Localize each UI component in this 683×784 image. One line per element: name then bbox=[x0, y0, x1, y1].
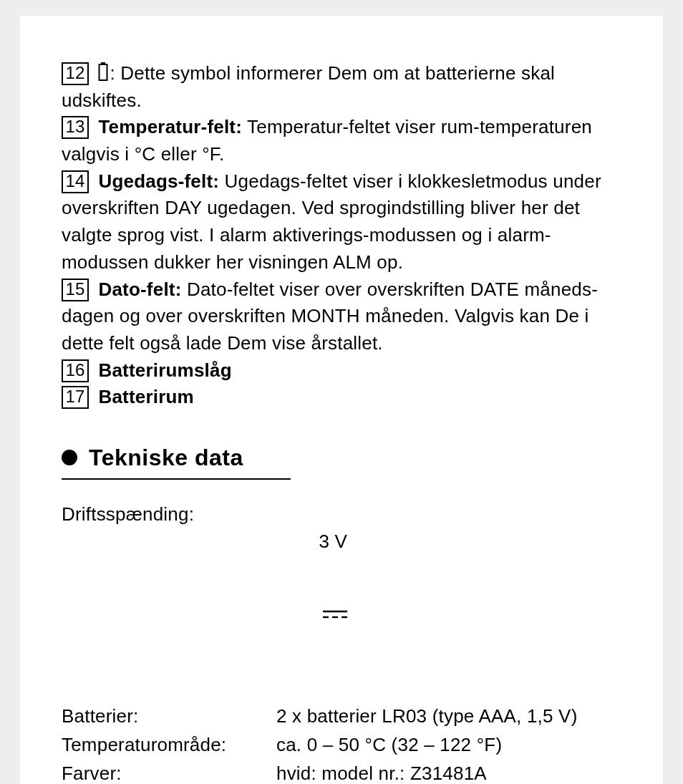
ref-number-box: 16 bbox=[62, 359, 89, 382]
entry-label: Temperatur-felt: bbox=[98, 116, 242, 137]
entry-17: 17 Batterirum bbox=[62, 384, 621, 411]
manual-page: 12 : Dette symbol informerer Dem om at b… bbox=[20, 16, 663, 784]
ref-number-box: 14 bbox=[62, 170, 89, 193]
ref-number-box: 17 bbox=[62, 386, 89, 409]
section-heading: Tekniske data bbox=[62, 441, 291, 480]
spec-value: hvid: model nr.: Z31481A lilla: model nr… bbox=[276, 760, 621, 784]
svg-rect-1 bbox=[100, 64, 107, 80]
entry-label: Batterirum bbox=[98, 386, 193, 407]
section-title: Tekniske data bbox=[89, 441, 243, 474]
spec-value: 2 x batterier LR03 (type AAA, 1,5 V) bbox=[276, 703, 621, 730]
spec-value: 3 V bbox=[276, 501, 621, 702]
specs-table: Driftsspænding: 3 V Batterier: 2 x batte… bbox=[62, 501, 621, 784]
spec-value-text: 3 V bbox=[319, 531, 347, 552]
tech-data-section: Tekniske data Driftsspænding: 3 V Batter… bbox=[62, 441, 621, 784]
spec-value: ca. 0 – 50 °C (32 – 122 °F) bbox=[276, 732, 621, 759]
entry-label: Batterirumslåg bbox=[98, 359, 231, 381]
entry-14: 14 Ugedags-felt: Ugedags-feltet viser i … bbox=[62, 168, 621, 276]
entry-16: 16 Batterirumslåg bbox=[62, 357, 621, 384]
definitions-block: 12 : Dette symbol informerer Dem om at b… bbox=[62, 60, 621, 411]
dc-symbol-icon bbox=[323, 556, 376, 674]
ref-number-box: 15 bbox=[62, 279, 89, 301]
entry-12: 12 : Dette symbol informerer Dem om at b… bbox=[62, 60, 621, 114]
entry-label: Ugedags-felt: bbox=[98, 170, 219, 192]
entry-text: : Dette symbol informerer Dem om at batt… bbox=[62, 62, 555, 111]
spec-label: Driftsspænding: bbox=[62, 501, 276, 702]
spec-label: Batterier: bbox=[62, 703, 276, 730]
ref-number-box: 12 bbox=[62, 62, 89, 85]
spec-label: Farver: bbox=[62, 760, 276, 784]
entry-label: Dato-felt: bbox=[98, 279, 181, 300]
battery-icon bbox=[98, 62, 108, 81]
bullet-icon bbox=[62, 450, 77, 465]
ref-number-box: 13 bbox=[62, 116, 89, 139]
entry-13: 13 Temperatur-felt: Temperatur-feltet vi… bbox=[62, 114, 621, 168]
entry-15: 15 Dato-felt: Dato-feltet viser over ove… bbox=[62, 276, 621, 357]
spec-label: Temperaturområde: bbox=[62, 732, 276, 759]
